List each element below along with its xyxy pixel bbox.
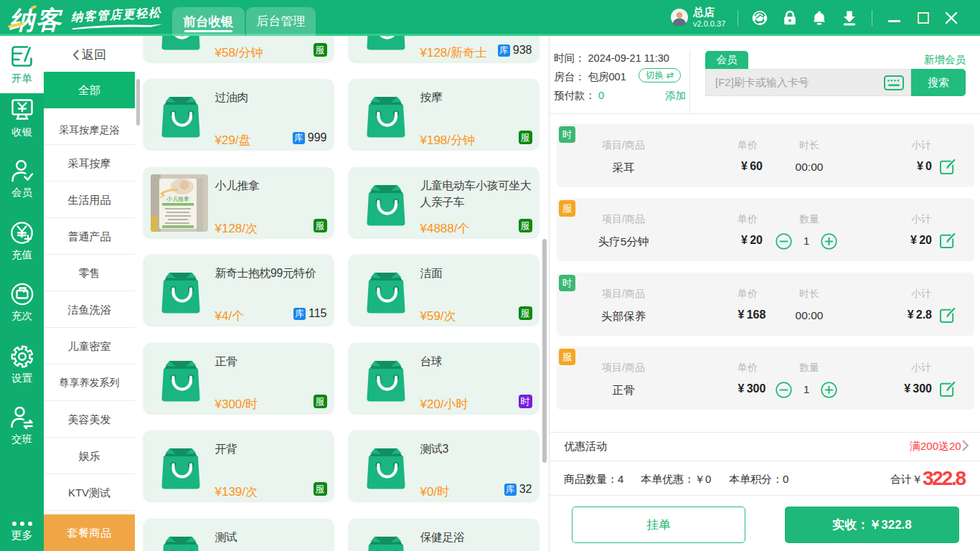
svg-text:小儿推拿: 小儿推拿 [166,196,189,202]
